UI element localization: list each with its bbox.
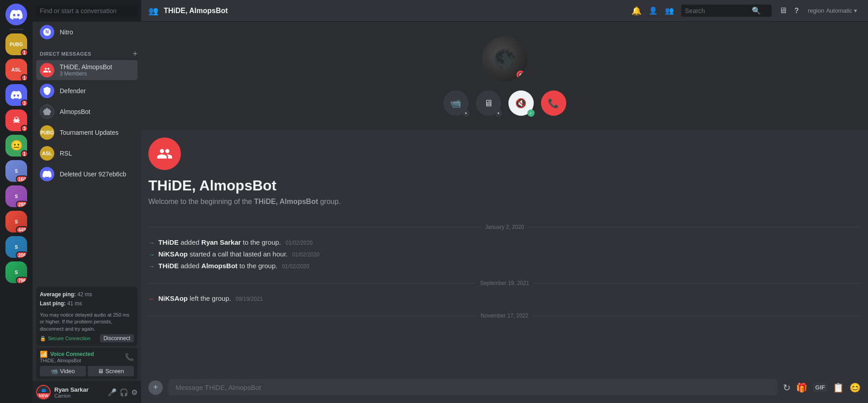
group-icon: 👥 — [148, 6, 158, 16]
emoji-button[interactable]: 😊 — [849, 382, 861, 393]
msg-target-3: AlmopsBot — [201, 262, 237, 270]
user-controls: 🎤 🎧 ⚙ — [108, 388, 138, 397]
asl-badge: 1 — [21, 74, 28, 81]
add-friend-icon[interactable]: 👤 — [649, 6, 658, 15]
pubg-badge: 1 — [21, 49, 28, 56]
msg-thide-added-almopsbot: → THiDE added AlmopsBot to the group. 01… — [148, 261, 861, 271]
s796-badge: 796 — [16, 277, 27, 283]
settings-button[interactable]: ⚙ — [131, 388, 138, 397]
user-panel: 👤 NEW Ryan Sarkar Carrion 🎤 🎧 ⚙ — [33, 381, 141, 403]
nitro-item[interactable]: N Nitro — [36, 22, 138, 42]
voice-connected-title: Voice Connected — [50, 351, 94, 357]
date-divider-sep2021: September 19, 2021 — [148, 280, 861, 286]
screen-button[interactable]: 🖥 Screen — [88, 366, 134, 376]
last-ping-value: 41 ms — [67, 300, 82, 307]
mute-toggle-button[interactable]: 🔇 ✓ — [508, 90, 534, 116]
voice-disconnect-button[interactable]: 📞 — [125, 353, 134, 361]
screen-icon: 🖥 — [98, 368, 104, 375]
dm-sidebar: N Nitro DIRECT MESSAGES + THiDE, AlmopsB… — [33, 0, 141, 403]
voice-actions: 📹 Video 🖥 Screen — [40, 366, 134, 376]
user-info: Ryan Sarkar Carrion — [54, 386, 89, 398]
dm-add-button[interactable]: + — [133, 50, 138, 58]
msg-action-1: added — [180, 238, 201, 246]
video-button[interactable]: 📹 Video — [40, 366, 86, 376]
svg-text:N: N — [45, 29, 48, 34]
welcome-subtitle: Welcome to the beginning of the THiDE, A… — [148, 198, 861, 206]
s280-badge: 280 — [16, 201, 27, 207]
call-controls: 📹 ▾ 🖥 ▾ 🔇 ✓ 📞 — [443, 90, 566, 116]
nitro-info: Nitro — [60, 28, 134, 36]
help-icon[interactable]: ? — [794, 7, 799, 15]
dm-search-input[interactable] — [36, 5, 138, 17]
dm-item-tournament-updates[interactable]: PUBG Tournament Updates — [36, 123, 138, 142]
top-bar-icons: 🔔 👤 👥 🔍 🖥 ? — [631, 5, 799, 17]
mute-button[interactable]: 🎤 — [108, 388, 117, 397]
region-value: Automatic — [826, 7, 852, 14]
chat-welcome: THiDE, AlmopsBot Welcome to the beginnin… — [148, 137, 861, 206]
join-arrow-1: → — [148, 239, 155, 247]
msg-niksaop-left: ← NiKSAop left the group. 09/19/2021 — [148, 294, 861, 303]
chat-area: THiDE, AlmopsBot Welcome to the beginnin… — [141, 130, 868, 379]
end-call-button[interactable]: 📞 — [541, 90, 566, 116]
dm-section-title: DIRECT MESSAGES — [40, 51, 91, 57]
msg-action-4: left the group. — [190, 294, 231, 302]
refresh-button[interactable]: ↻ — [783, 382, 791, 393]
region-selector[interactable]: region Automatic ▾ — [804, 7, 861, 14]
search-input[interactable] — [685, 7, 748, 14]
avg-ping-label: Average ping: — [40, 291, 76, 298]
server-pubg[interactable]: PUBG 1 — [5, 33, 27, 55]
new-badge: NEW — [37, 392, 51, 399]
welcome-prefix: Welcome to the beginning of the — [148, 198, 254, 205]
msg-text-2: NiKSAop started a call that lasted an ho… — [158, 250, 319, 258]
call-participant: 🌑 🔇 — [482, 36, 527, 81]
members-icon[interactable]: 👥 — [665, 6, 674, 15]
thide-almopsbot-info: THiDE, AlmopsBot 3 Members — [60, 63, 134, 77]
server-206[interactable]: S 206 — [5, 236, 27, 258]
dm-item-rsl[interactable]: ASL RSL — [36, 143, 138, 163]
date-label-jan2020: January 2, 2020 — [485, 224, 524, 230]
camera-button[interactable]: 📹 ▾ — [443, 90, 469, 116]
msg-time-2: 01/02/2020 — [292, 251, 319, 258]
message-add-button[interactable]: + — [148, 380, 163, 395]
dm-item-almopsbot[interactable]: AlmopsBot — [36, 102, 138, 122]
dm-item-deleted-user[interactable]: Deleted User 927eb6cb — [36, 164, 138, 184]
dm-item-defender[interactable]: Defender — [36, 81, 138, 101]
ping-info: Average ping: 42 ms Last ping: 41 ms — [40, 290, 134, 308]
home-button[interactable] — [5, 4, 27, 25]
nitro-avatar: N — [40, 25, 54, 39]
thide-almopsbot-avatar — [40, 63, 54, 77]
headphones-button[interactable]: 🎧 — [119, 388, 128, 397]
yell-badge: 1 — [21, 150, 28, 157]
msg-thide-added-ryan: → THiDE added Ryan Sarkar to the group. … — [148, 237, 861, 247]
bell-icon[interactable]: 🔔 — [631, 6, 641, 16]
dm-list: THiDE, AlmopsBot 3 Members Defender Almo… — [33, 60, 141, 285]
server-divider — [9, 29, 24, 30]
user-avatar: 👤 NEW — [36, 385, 51, 399]
server-449[interactable]: S 449 — [5, 211, 27, 232]
call-area: 🌑 🔇 📹 ▾ 🖥 ▾ 🔇 ✓ 📞 — [141, 22, 868, 130]
gift-button[interactable]: 🎁 — [796, 382, 807, 393]
s449-badge: 449 — [16, 226, 27, 232]
screen-share-button[interactable]: 🖥 ▾ — [476, 90, 501, 116]
server-280[interactable]: S 280 — [5, 185, 27, 207]
welcome-suffix: group. — [318, 198, 341, 205]
server-discord2[interactable]: 3 — [5, 84, 27, 106]
server-160[interactable]: S 160 — [5, 160, 27, 182]
disconnect-button[interactable]: Disconnect — [100, 334, 134, 342]
message-input[interactable] — [168, 379, 778, 396]
sticker-button[interactable]: 📋 — [833, 382, 844, 393]
msg-niksaop-call: → NiKSAop started a call that lasted an … — [148, 249, 861, 259]
dm-item-thide-almopsbot[interactable]: THiDE, AlmopsBot 3 Members — [36, 60, 138, 80]
server-yell[interactable]: 😐 1 — [5, 135, 27, 156]
server-796[interactable]: S 796 — [5, 261, 27, 283]
gif-button[interactable]: GIF — [813, 383, 827, 392]
voice-connected-sub: THiDE, AlmopsBot — [40, 358, 94, 363]
server-asl[interactable]: ASL 1 — [5, 59, 27, 81]
monitor-icon[interactable]: 🖥 — [779, 6, 787, 15]
defender-avatar — [40, 84, 54, 98]
secure-row: 🔒 Secure Connection Disconnect — [40, 334, 134, 342]
msg-action-3: added — [180, 262, 201, 270]
server-red[interactable]: ☠ 3 — [5, 109, 27, 131]
msg-after-1: to the group. — [243, 238, 281, 246]
defender-info: Defender — [60, 87, 134, 95]
